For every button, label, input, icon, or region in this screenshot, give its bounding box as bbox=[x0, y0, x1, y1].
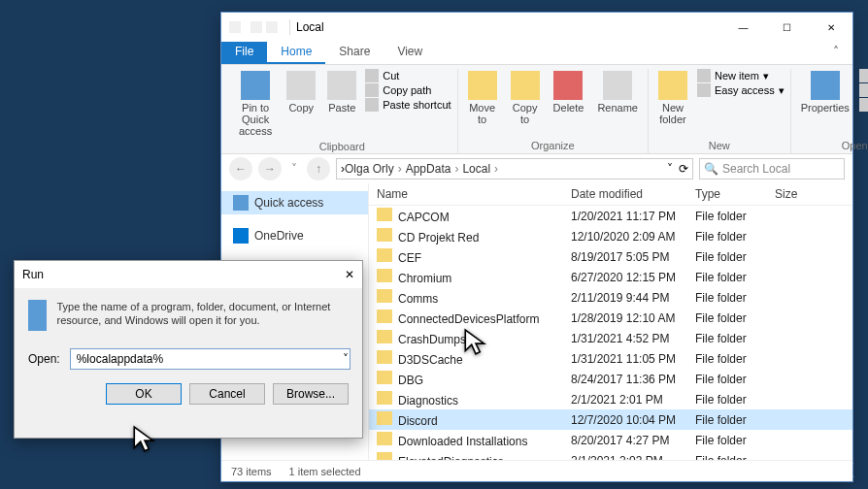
folder-icon bbox=[229, 21, 241, 33]
dialog-title: Run bbox=[22, 268, 44, 281]
nav-back-button[interactable]: ← bbox=[229, 157, 252, 180]
column-date[interactable]: Date modified bbox=[571, 187, 695, 201]
copy-path-button[interactable]: Copy path bbox=[365, 83, 451, 97]
watermark: UG≡TFIX bbox=[752, 458, 857, 483]
folder-row[interactable]: Discord12/7/2020 10:04 PMFile folder bbox=[369, 409, 852, 430]
folder-row[interactable]: Comms2/11/2019 9:44 PMFile folder bbox=[369, 287, 852, 308]
ribbon-toggle[interactable]: ˄ bbox=[819, 42, 852, 64]
folder-icon bbox=[377, 248, 392, 262]
folder-icon bbox=[377, 452, 392, 460]
folder-icon bbox=[377, 330, 392, 343]
edit-button[interactable]: Edit bbox=[859, 83, 868, 97]
folder-row[interactable]: CrashDumps1/31/2021 4:52 PMFile folder bbox=[369, 328, 852, 348]
folder-row[interactable]: D3DSCache1/31/2021 11:05 PMFile folder bbox=[369, 348, 852, 369]
delete-button[interactable]: Delete bbox=[550, 69, 588, 115]
ribbon: Pin to Quick access Copy Paste Cut Copy … bbox=[221, 65, 852, 154]
tab-share[interactable]: Share bbox=[325, 42, 384, 64]
column-headers[interactable]: Name Date modified Type Size bbox=[369, 183, 852, 206]
dropdown-icon[interactable]: ˅ bbox=[343, 352, 349, 366]
breadcrumb[interactable]: Local bbox=[462, 162, 490, 176]
nav-forward-button[interactable]: → bbox=[258, 157, 282, 180]
file-list[interactable]: Name Date modified Type Size CAPCOM1/20/… bbox=[369, 183, 852, 460]
sidebar-item-label: OneDrive bbox=[254, 229, 304, 243]
sidebar-item-quick-access[interactable]: Quick access bbox=[221, 191, 368, 214]
copy-to-icon bbox=[511, 71, 540, 100]
close-button[interactable]: ✕ bbox=[809, 13, 852, 42]
tab-view[interactable]: View bbox=[384, 42, 436, 64]
run-titlebar[interactable]: Run ✕ bbox=[15, 261, 362, 288]
search-icon: 🔍 bbox=[704, 162, 718, 176]
folder-icon bbox=[377, 350, 392, 364]
window-controls: — ☐ ✕ bbox=[721, 13, 852, 42]
breadcrumb[interactable]: Olga Orly bbox=[345, 162, 394, 176]
folder-icon bbox=[377, 269, 392, 282]
folder-row[interactable]: Diagnostics2/1/2021 2:01 PMFile folder bbox=[369, 389, 852, 409]
ok-button[interactable]: OK bbox=[106, 383, 182, 405]
sidebar-item-onedrive[interactable]: OneDrive bbox=[221, 224, 368, 247]
folder-row[interactable]: CD Projekt Red12/10/2020 2:09 AMFile fol… bbox=[369, 226, 852, 246]
qat-icon[interactable] bbox=[266, 21, 278, 33]
new-item-button[interactable]: New item ▾ bbox=[697, 69, 785, 82]
column-size[interactable]: Size bbox=[775, 187, 798, 201]
maximize-button[interactable]: ☐ bbox=[765, 13, 809, 42]
folder-icon bbox=[377, 432, 392, 445]
properties-button[interactable]: Properties bbox=[797, 69, 853, 115]
folder-row[interactable]: ConnectedDevicesPlatform1/28/2019 12:10 … bbox=[369, 308, 852, 328]
run-input[interactable] bbox=[70, 348, 351, 370]
dropdown-icon[interactable]: ˅ bbox=[667, 162, 673, 176]
separator bbox=[289, 19, 290, 35]
open-icon bbox=[859, 69, 868, 82]
folder-row[interactable]: CEF8/19/2017 5:05 PMFile folder bbox=[369, 246, 852, 267]
copy-to-button[interactable]: Copy to bbox=[507, 69, 544, 127]
rename-button[interactable]: Rename bbox=[593, 69, 642, 115]
run-dialog: Run ✕ Type the name of a program, folder… bbox=[14, 260, 363, 439]
folder-icon bbox=[377, 228, 392, 242]
titlebar[interactable]: Local — ☐ ✕ bbox=[221, 13, 852, 42]
ribbon-group-organize: Move to Copy to Delete Rename Organize bbox=[458, 69, 649, 153]
folder-icon bbox=[377, 310, 392, 323]
open-button[interactable]: Open ▾ bbox=[859, 69, 868, 82]
history-button[interactable]: History bbox=[859, 98, 868, 112]
browse-button[interactable]: Browse... bbox=[273, 383, 349, 405]
refresh-icon[interactable]: ⟳ bbox=[679, 162, 688, 176]
breadcrumb[interactable]: AppData bbox=[406, 162, 451, 176]
ribbon-tabs: File Home Share View ˄ bbox=[221, 42, 852, 65]
column-type[interactable]: Type bbox=[695, 187, 775, 201]
cloud-icon bbox=[233, 228, 249, 244]
paste-shortcut-button[interactable]: Paste shortcut bbox=[365, 98, 451, 112]
close-button[interactable]: ✕ bbox=[345, 268, 354, 281]
address-bar[interactable]: › Olga Orly › AppData › Local › ˅ ⟳ bbox=[336, 158, 693, 179]
folder-row[interactable]: DBG8/24/2017 11:36 PMFile folder bbox=[369, 369, 852, 389]
easy-access-icon bbox=[697, 83, 711, 97]
minimize-button[interactable]: — bbox=[721, 13, 765, 42]
cancel-button[interactable]: Cancel bbox=[189, 383, 265, 405]
paste-button[interactable]: Paste bbox=[324, 69, 359, 115]
pin-icon bbox=[241, 71, 270, 100]
chevron-right-icon: › bbox=[494, 162, 498, 176]
folder-icon bbox=[377, 411, 392, 425]
new-item-icon bbox=[697, 69, 711, 82]
easy-access-button[interactable]: Easy access ▾ bbox=[697, 83, 785, 97]
copy-button[interactable]: Copy bbox=[284, 69, 318, 115]
tab-home[interactable]: Home bbox=[267, 42, 325, 64]
chevron-right-icon: › bbox=[454, 162, 458, 176]
new-folder-button[interactable]: New folder bbox=[654, 69, 691, 127]
folder-row[interactable]: CAPCOM1/20/2021 11:17 PMFile folder bbox=[369, 206, 852, 226]
column-name[interactable]: Name bbox=[377, 187, 571, 201]
folder-row[interactable]: Downloaded Installations8/20/2017 4:27 P… bbox=[369, 430, 852, 450]
nav-history-dropdown[interactable]: ˅ bbox=[287, 157, 301, 180]
cut-button[interactable]: Cut bbox=[365, 69, 451, 82]
pin-quick-access-button[interactable]: Pin to Quick access bbox=[233, 69, 278, 139]
nav-up-button[interactable]: ↑ bbox=[307, 157, 330, 180]
tab-file[interactable]: File bbox=[221, 42, 267, 64]
folder-icon bbox=[377, 208, 392, 221]
run-description: Type the name of a program, folder, docu… bbox=[56, 300, 349, 331]
chevron-right-icon: › bbox=[398, 162, 402, 176]
move-to-button[interactable]: Move to bbox=[464, 69, 501, 127]
folder-icon bbox=[377, 371, 392, 384]
group-label: Clipboard bbox=[319, 139, 365, 154]
folder-row[interactable]: Chromium6/27/2020 12:15 PMFile folder bbox=[369, 267, 852, 287]
qat-icon[interactable] bbox=[250, 21, 262, 33]
history-icon bbox=[859, 98, 868, 112]
search-input[interactable]: 🔍 Search Local bbox=[699, 158, 845, 179]
